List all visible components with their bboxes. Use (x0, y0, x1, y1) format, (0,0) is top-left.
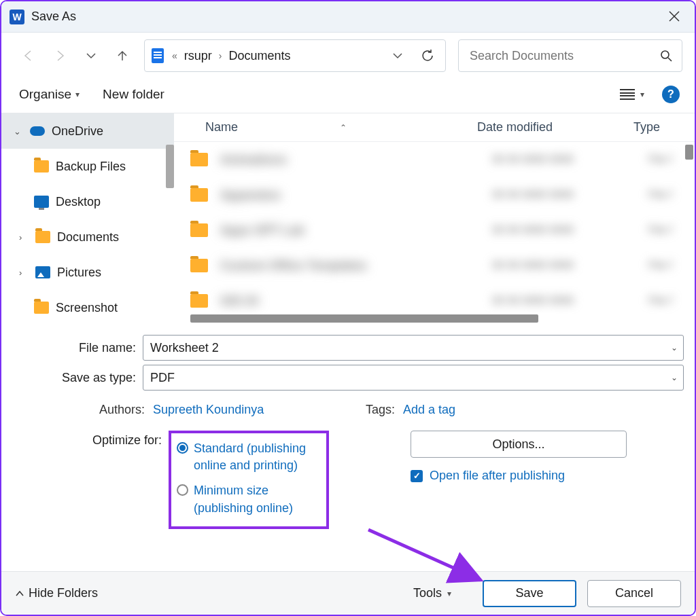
navigation-row: « rsupr › Documents (1, 33, 695, 79)
radio-standard[interactable]: Standard (publishing online and printing… (177, 440, 314, 474)
refresh-button[interactable] (417, 45, 438, 67)
optimize-label: Optimize for: (12, 431, 169, 529)
view-menu[interactable]: ▾ (620, 89, 644, 100)
desktop-icon (34, 196, 49, 208)
folder-icon (34, 160, 49, 173)
file-row[interactable]: Apps OPT Lab00 00 0000 0000File f (174, 213, 695, 248)
radio-unselected-icon (177, 484, 188, 496)
savetype-select[interactable]: PDF⌄ (143, 365, 684, 391)
tree-item-documents[interactable]: › Documents (1, 219, 174, 255)
tree-label: OneDrive (52, 124, 103, 139)
filename-input[interactable]: Worksheet 2⌄ (143, 335, 684, 361)
folder-icon (190, 259, 208, 272)
search-icon (660, 50, 672, 62)
right-options: Options... ✓ Open file after publishing (411, 431, 627, 529)
chevron-down-icon[interactable]: ⌄ (14, 126, 23, 137)
dropdown-icon[interactable]: ⌄ (671, 343, 678, 352)
save-button[interactable]: Save (483, 580, 576, 607)
titlebar: W Save As (1, 1, 695, 33)
address-bar[interactable]: « rsupr › Documents (144, 39, 446, 72)
savetype-label: Save as type: (12, 371, 143, 385)
save-form: File name: Worksheet 2⌄ Save as type: PD… (1, 325, 695, 529)
organise-menu[interactable]: Organise▾ (16, 83, 82, 106)
dialog-title: Save As (31, 10, 76, 24)
tree-item-onedrive[interactable]: ⌄ OneDrive (1, 113, 174, 149)
list-view-icon (620, 89, 635, 100)
tree-label: Desktop (56, 195, 101, 209)
vertical-scrollbar[interactable] (685, 145, 693, 160)
chevron-up-icon (15, 589, 24, 598)
checkbox-checked-icon: ✓ (411, 470, 423, 482)
authors-value[interactable]: Supreeth Koundinya (153, 403, 264, 417)
toolbar: Organise▾ New folder ▾ ? (1, 79, 695, 113)
filename-label: File name: (12, 341, 143, 355)
forward-button[interactable] (50, 46, 69, 65)
column-name[interactable]: Name⌃ (205, 120, 477, 134)
tree-scrollbar[interactable] (166, 145, 174, 188)
search-box[interactable] (458, 39, 682, 72)
radio-label: Minimum size (publishing online) (194, 482, 314, 516)
tree-item-screenshot[interactable]: Screenshot (1, 290, 174, 325)
tree-label: Screenshot (56, 301, 118, 315)
hide-folders-button[interactable]: Hide Folders (15, 586, 98, 600)
caret-down-icon: ▾ (640, 90, 644, 99)
location-icon (152, 48, 164, 63)
file-list: Name⌃ Date modified Type Animations00 00… (174, 113, 695, 325)
options-button[interactable]: Options... (411, 431, 627, 458)
tree-label: Backup Files (56, 160, 126, 174)
file-row[interactable]: Animations00 00 0000 0000File f (174, 142, 695, 177)
back-button[interactable] (19, 46, 38, 65)
dialog-footer: Hide Folders Tools▾ Save Cancel (1, 571, 695, 615)
caret-down-icon: ▾ (75, 90, 80, 99)
chevron-right-icon: › (219, 50, 222, 61)
column-date[interactable]: Date modified (477, 120, 633, 134)
tree-item-pictures[interactable]: › Pictures (1, 255, 174, 290)
pictures-icon (35, 266, 50, 278)
file-row[interactable]: Custom Office Templates00 00 0000 0000Fi… (174, 248, 695, 283)
cloud-icon (30, 126, 45, 136)
search-input[interactable] (468, 48, 660, 64)
tree-item-backup-files[interactable]: Backup Files (1, 149, 174, 184)
close-button[interactable] (662, 5, 686, 29)
word-app-icon: W (10, 10, 24, 24)
help-button[interactable]: ? (662, 86, 680, 103)
new-folder-button[interactable]: New folder (100, 83, 167, 106)
breadcrumb-parent[interactable]: rsupr (184, 49, 212, 63)
radio-selected-icon (177, 442, 188, 454)
folder-icon (190, 294, 208, 308)
optimize-radio-group: Standard (publishing online and printing… (169, 431, 329, 529)
file-row[interactable]: GIS 2400 00 0000 0000File f (174, 283, 695, 319)
svg-point-2 (661, 51, 669, 58)
chevron-right-icon[interactable]: › (19, 268, 29, 278)
folder-icon (190, 188, 208, 202)
recent-locations-button[interactable] (82, 46, 101, 65)
folder-icon (190, 153, 208, 166)
file-row[interactable]: Apparatus00 00 0000 0000File f (174, 177, 695, 213)
folder-icon (190, 223, 208, 237)
dropdown-icon[interactable]: ⌄ (671, 373, 678, 382)
up-button[interactable] (113, 46, 132, 65)
open-after-checkbox[interactable]: ✓ Open file after publishing (411, 469, 627, 483)
horizontal-scrollbar[interactable] (190, 314, 538, 323)
cancel-button[interactable]: Cancel (587, 580, 681, 607)
radio-label: Standard (publishing online and printing… (194, 440, 314, 474)
save-as-dialog: W Save As « rsupr › Documents (0, 0, 696, 616)
breadcrumb-current[interactable]: Documents (228, 49, 290, 63)
column-type[interactable]: Type (633, 120, 695, 134)
browser-pane: ⌄ OneDrive Backup Files Desktop › Docume… (1, 113, 695, 325)
radio-minimum[interactable]: Minimum size (publishing online) (177, 482, 314, 516)
sort-indicator-icon: ⌃ (340, 123, 347, 132)
checkbox-label: Open file after publishing (430, 469, 565, 483)
tree-item-desktop[interactable]: Desktop (1, 184, 174, 219)
column-headers: Name⌃ Date modified Type (174, 113, 695, 142)
chevron-right-icon[interactable]: › (19, 232, 29, 242)
tree-label: Documents (57, 230, 119, 244)
metadata-row: Authors: Supreeth Koundinya Tags: Add a … (12, 395, 684, 417)
tools-menu[interactable]: Tools▾ (413, 586, 451, 600)
address-dropdown-button[interactable] (387, 45, 408, 67)
caret-down-icon: ▾ (447, 589, 451, 598)
tree-label: Pictures (57, 266, 101, 280)
folder-icon (34, 302, 49, 314)
tags-value[interactable]: Add a tag (403, 403, 455, 417)
authors-label: Authors: (99, 403, 145, 417)
